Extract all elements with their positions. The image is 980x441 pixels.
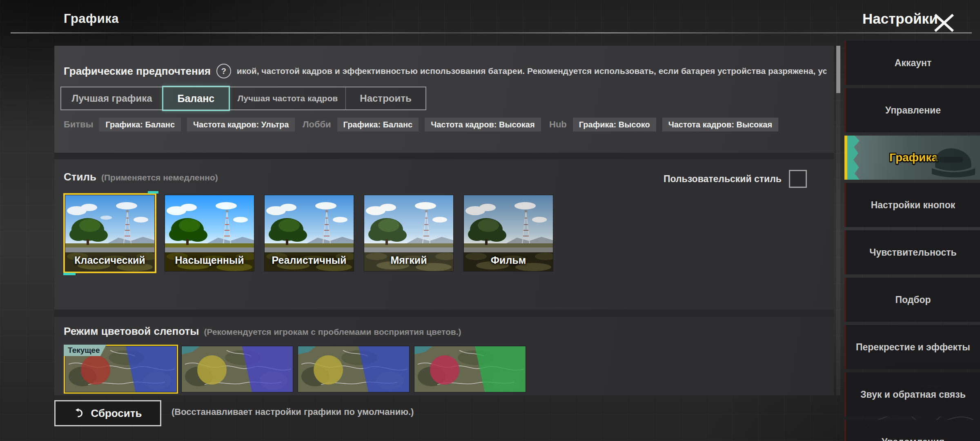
style-option-label: Фильм — [464, 254, 553, 266]
helmet-illustration — [911, 136, 980, 180]
tab-best-framerate[interactable]: Лучшая частота кадров — [229, 87, 346, 109]
section-graphic-preferences: Графические предпочтения ? икой, частото… — [54, 46, 834, 153]
preferences-title: Графические предпочтения — [64, 65, 211, 78]
graphics-panel: Графические предпочтения ? икой, частото… — [54, 46, 834, 395]
corner-accent — [148, 191, 158, 194]
sidebar-item-matchmaking[interactable]: Подбор — [844, 278, 980, 322]
custom-style-label: Пользовательский стиль — [664, 174, 782, 185]
style-subtitle: (Применяется немедленно) — [101, 173, 218, 183]
sidebar-item-label: Настройки кнопок — [867, 200, 960, 211]
corner-accent — [63, 273, 76, 275]
chip-graphics: Графика: Баланс — [99, 118, 181, 131]
style-option-label: Реалистичный — [265, 254, 354, 266]
style-option-film[interactable]: Фильм — [464, 195, 553, 271]
section-colorblind: Режим цветовой слепоты (Рекомендуется иг… — [54, 317, 834, 395]
sidebar-item-label: Уведомления — [878, 437, 949, 441]
context-label: Лобби — [303, 119, 331, 130]
context-battles: Битвы Графика: Баланс Частота кадров: Ул… — [64, 118, 295, 131]
chip-framerate: Частота кадров: Высокая — [662, 118, 778, 131]
context-hub: Hub Графика: Высоко Частота кадров: Высо… — [549, 118, 778, 131]
sidebar-item-label: Звук и обратная связь — [856, 389, 970, 400]
colorblind-option-normal[interactable]: Текущее — [65, 346, 176, 392]
colorblind-subtitle: (Рекомендуется игрокам с проблемами восп… — [204, 327, 461, 337]
section-style: Стиль (Применяется немедленно) Пользоват… — [54, 159, 834, 310]
chip-graphics: Графика: Высоко — [573, 118, 656, 131]
style-title: Стиль — [64, 171, 96, 183]
graphics-preset-tabbar: Лучшая графика Баланс Лучшая частота кад… — [60, 87, 426, 110]
sidebar-item-sensitivity[interactable]: Чувствительность — [844, 230, 980, 274]
header-divider — [11, 32, 972, 33]
custom-style-checkbox[interactable] — [789, 170, 807, 188]
sidebar-item-controls[interactable]: Управление — [844, 88, 980, 132]
style-option-classic[interactable]: Классический — [65, 195, 154, 271]
sidebar-item-label: Управление — [881, 105, 945, 116]
brush-accent — [847, 136, 860, 180]
help-icon[interactable]: ? — [216, 64, 231, 78]
sidebar-item-label: Подбор — [891, 294, 935, 305]
colorblind-title: Режим цветовой слепоты — [64, 325, 199, 338]
style-option-label: Классический — [65, 254, 154, 266]
reset-button[interactable]: Сбросить — [54, 400, 161, 426]
settings-title: Настройки — [862, 11, 938, 27]
tab-customize[interactable]: Настроить — [345, 87, 425, 109]
sidebar-item-label: Перекрестие и эффекты — [852, 342, 974, 353]
sidebar-item-graphics[interactable]: Графика — [844, 136, 980, 180]
colorblind-preview-map — [414, 346, 526, 392]
sidebar-item-button-settings[interactable]: Настройки кнопок — [844, 183, 980, 227]
style-option-rich[interactable]: Насыщенный — [165, 195, 254, 271]
sidebar-item-account[interactable]: Аккаунт — [844, 41, 980, 85]
sidebar-item-crosshair-effects[interactable]: Перекрестие и эффекты — [844, 325, 980, 369]
reset-hint-text: (Восстанавливает настройки графики по ум… — [172, 400, 414, 424]
colorblind-option-4[interactable] — [414, 346, 526, 392]
colorblind-preview-map — [298, 346, 409, 392]
colorblind-options-row: Текущее — [65, 346, 526, 392]
colorblind-preview-map — [182, 346, 293, 392]
style-option-realistic[interactable]: Реалистичный — [265, 195, 354, 271]
style-option-soft[interactable]: Мягкий — [364, 195, 453, 271]
reset-button-label: Сбросить — [91, 407, 142, 420]
context-lobby: Лобби Графика: Баланс Частота кадров: Вы… — [303, 118, 541, 131]
preferences-marquee-text: икой, частотой кадров и эффективностью и… — [237, 66, 826, 76]
colorblind-option-3[interactable] — [298, 346, 409, 392]
settings-sidebar: Аккаунт Управление Графика Настройки кно… — [844, 41, 980, 441]
context-label: Битвы — [64, 119, 93, 130]
reset-icon — [74, 408, 85, 419]
sidebar-item-label: Аккаунт — [891, 58, 935, 69]
graphics-settings-screen: Графика Настройки Графические предпочтен… — [0, 0, 980, 441]
chip-framerate: Частота кадров: Ультра — [187, 118, 295, 131]
context-label: Hub — [549, 119, 567, 130]
close-icon[interactable] — [932, 12, 956, 33]
style-options-row: Классический — [65, 195, 553, 271]
style-option-label: Мягкий — [364, 254, 453, 266]
sidebar-item-notifications[interactable]: Уведомления — [844, 420, 980, 441]
current-badge: Текущее — [64, 345, 106, 356]
chip-framerate: Частота кадров: Высокая — [425, 118, 541, 131]
chip-graphics: Графика: Баланс — [337, 118, 419, 131]
sidebar-item-label: Чувствительность — [865, 247, 961, 258]
colorblind-option-2[interactable] — [182, 346, 293, 392]
tab-balance[interactable]: Баланс — [162, 86, 229, 111]
style-option-label: Насыщенный — [165, 254, 254, 266]
scrollbar-track[interactable] — [836, 46, 840, 395]
sidebar-item-sound-feedback[interactable]: Звук и обратная связь — [844, 372, 980, 416]
scrollbar-thumb[interactable] — [836, 46, 840, 93]
page-title: Графика — [64, 11, 119, 26]
tab-best-graphics[interactable]: Лучшая графика — [61, 87, 163, 109]
